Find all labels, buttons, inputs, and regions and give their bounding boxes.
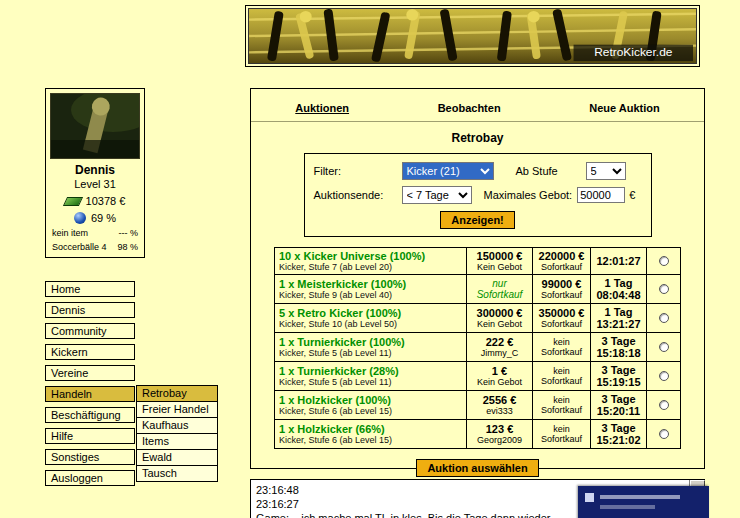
menu-item-sonstiges[interactable]: Sonstiges [45, 449, 135, 465]
time-remaining: 3 Tage [595, 364, 642, 376]
time-clock: 08:04:48 [595, 289, 642, 301]
avatar-image [51, 94, 139, 158]
auction-desc: Kicker, Stufe 7 (ab Level 20) [279, 262, 462, 272]
auction-name: 1 x Holzkicker (66%) [279, 423, 462, 435]
time-remaining: 1 Tag [595, 306, 642, 318]
bid-cell: 2556 €evi333 [467, 391, 533, 420]
time-cell: 3 Tage15:20:11 [591, 391, 647, 420]
buyout-cell: 350000 €Sofortkauf [533, 304, 591, 333]
menu-item-hilfe[interactable]: Hilfe [45, 428, 135, 444]
auction-radio[interactable] [659, 313, 669, 323]
time-clock: 15:21:02 [595, 434, 642, 446]
auction-name: 5 x Retro Kicker (100%) [279, 307, 462, 319]
time-clock: 13:21:27 [595, 318, 642, 330]
auction-radio[interactable] [659, 371, 669, 381]
auction-row: 1 x Turnierkicker (100%)Kicker, Stufe 5 … [275, 333, 681, 362]
bid-amount: 1 € [471, 365, 528, 377]
bid-cell: 300000 €Kein Gebot [467, 304, 533, 333]
submenu-item-tausch[interactable]: Tausch [136, 465, 218, 482]
filter-category-select[interactable]: Kicker (21) [402, 162, 494, 180]
bid-amount: 300000 € [471, 307, 528, 319]
menu-item-dennis[interactable]: Dennis [45, 302, 135, 318]
popup-text-line-2 [600, 505, 655, 509]
buyout-label: Sofortkauf [537, 405, 586, 415]
auction-name: 10 x Kicker Universe (100%) [279, 250, 462, 262]
menu-item-kickern[interactable]: Kickern [45, 344, 135, 360]
time-cell: 3 Tage15:19:15 [591, 362, 647, 391]
auction-desc: Kicker, Stufe 6 (ab Level 15) [279, 435, 462, 445]
auction-name: 1 x Turnierkicker (100%) [279, 336, 462, 348]
menu-item-handeln[interactable]: Handeln [45, 386, 135, 402]
time-remaining: 3 Tage [595, 393, 642, 405]
auction-table-body: 10 x Kicker Universe (100%)Kicker, Stufe… [275, 248, 681, 449]
stufe-select[interactable]: 5 [586, 162, 626, 180]
mood-row: 69 % [46, 212, 144, 224]
bid-cell: 222 €Jimmy_C [467, 333, 533, 362]
player-name: Dennis [46, 163, 144, 177]
auktion-auswaehlen-button[interactable]: Auktion auswählen [416, 459, 538, 477]
bid-amount: 123 € [471, 423, 528, 435]
player-level: Level 31 [46, 178, 144, 190]
item-cell: 1 x Holzkicker (66%)Kicker, Stufe 6 (ab … [275, 420, 467, 449]
radio-cell [647, 420, 681, 449]
tab-bar: AuktionenBeobachtenNeue Auktion [251, 89, 704, 114]
avatar [50, 93, 140, 159]
filter-row-1: Filter: Kicker (21) Ab Stufe 5 [314, 162, 642, 180]
time-cell: 1 Tag13:21:27 [591, 304, 647, 333]
time-clock: 15:18:18 [595, 347, 642, 359]
overlay-popup [578, 486, 709, 518]
time-remaining: 3 Tage [595, 335, 642, 347]
menu-item-community[interactable]: Community [45, 323, 135, 339]
balls-row: Soccerbälle 4 98 % [46, 242, 144, 252]
bid-note: nur Sofortkauf [471, 278, 528, 300]
auction-desc: Kicker, Stufe 5 (ab Level 11) [279, 348, 462, 358]
item-cell: 1 x Holzkicker (100%)Kicker, Stufe 6 (ab… [275, 391, 467, 420]
menu-item-ausloggen[interactable]: Ausloggen [45, 470, 135, 486]
time-cell: 1 Tag08:04:48 [591, 275, 647, 304]
auction-radio[interactable] [659, 429, 669, 439]
menu-item-home[interactable]: Home [45, 281, 135, 297]
time-remaining: 1 Tag [595, 277, 642, 289]
radio-cell [647, 362, 681, 391]
auction-radio[interactable] [659, 284, 669, 294]
auction-radio[interactable] [659, 400, 669, 410]
money-icon [63, 197, 83, 206]
mood-value: 69 % [91, 212, 116, 224]
auktionsende-select[interactable]: < 7 Tage [402, 186, 472, 204]
buyout-cell: 99000 €Sofortkauf [533, 275, 591, 304]
submenu-item-kaufhaus[interactable]: Kaufhaus [136, 417, 218, 434]
tab-beobachten[interactable]: Beobachten [438, 102, 501, 114]
bid-bidder: evi333 [471, 406, 528, 416]
max-gebot-input[interactable] [577, 187, 625, 203]
submenu-item-retrobay[interactable]: Retrobay [136, 385, 218, 402]
balls-value: 98 % [117, 242, 138, 252]
balls-label: Soccerbälle 4 [52, 242, 107, 252]
menu-item-besch-ftigung[interactable]: Beschäftigung [45, 407, 135, 423]
submenu-item-ewald[interactable]: Ewald [136, 449, 218, 466]
buyout-label: Sofortkauf [537, 290, 586, 300]
popup-text-line [600, 495, 680, 499]
tab-auktionen[interactable]: Auktionen [295, 102, 349, 114]
bid-bidder: Georg2009 [471, 435, 528, 445]
auction-name: 1 x Holzkicker (100%) [279, 394, 462, 406]
item-cell: 1 x Meisterkicker (100%)Kicker, Stufe 9 … [275, 275, 467, 304]
sidebar-menu: HomeDennisCommunityKickernVereineHandeln… [45, 281, 135, 491]
time-remaining: 12:01:27 [595, 255, 642, 267]
submenu-item-freier-handel[interactable]: Freier Handel [136, 401, 218, 418]
tab-neue-auktion[interactable]: Neue Auktion [589, 102, 660, 114]
auction-radio[interactable] [659, 342, 669, 352]
submenu-item-items[interactable]: Items [136, 433, 218, 450]
select-auction-row: Auktion auswählen [251, 458, 704, 477]
menu-item-vereine[interactable]: Vereine [45, 365, 135, 381]
bid-cell: 150000 €Kein Gebot [467, 248, 533, 275]
auction-name: 1 x Turnierkicker (28%) [279, 365, 462, 377]
anzeigen-button[interactable]: Anzeigen! [440, 211, 515, 229]
auction-row: 1 x Meisterkicker (100%)Kicker, Stufe 9 … [275, 275, 681, 304]
auction-desc: Kicker, Stufe 10 (ab Level 50) [279, 319, 462, 329]
bid-cell: 123 €Georg2009 [467, 420, 533, 449]
buyout-amount: 220000 € [537, 250, 586, 262]
auction-row: 5 x Retro Kicker (100%)Kicker, Stufe 10 … [275, 304, 681, 333]
buyout-label: Sofortkauf [537, 434, 586, 444]
radio-cell [647, 391, 681, 420]
auction-radio[interactable] [659, 256, 669, 266]
